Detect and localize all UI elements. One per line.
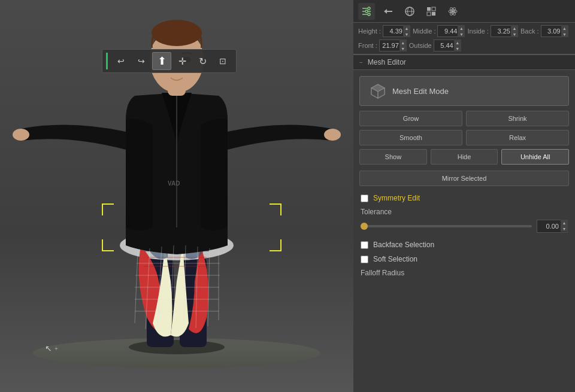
toolbar-active-indicator (106, 53, 108, 69)
grow-shrink-row: Grow Shrink (353, 111, 575, 130)
back-input-wrap: ▲ ▼ (541, 25, 568, 37)
outside-input-wrap: ▲ ▼ (434, 39, 461, 51)
shrink-button[interactable]: Shrink (466, 111, 569, 126)
front-input-wrap: ▲ ▼ (379, 39, 407, 51)
tab-filter[interactable] (358, 3, 375, 20)
svg-point-16 (152, 20, 202, 46)
svg-point-13 (324, 129, 341, 141)
selection-corner-tl (102, 203, 114, 215)
soft-selection-row: Soft Selection (353, 252, 575, 266)
inside-spinners: ▲ ▼ (511, 25, 518, 37)
cursor-icon: ↖ (45, 344, 52, 353)
inside-down-btn[interactable]: ▼ (511, 31, 518, 37)
unhide-all-button[interactable]: Unhide All (501, 149, 569, 165)
selection-corner-bl (102, 239, 114, 251)
checker-icon (426, 6, 437, 17)
mirror-selected-button[interactable]: Mirror Selected (359, 171, 569, 186)
hide-button[interactable]: Hide (431, 149, 498, 165)
symmetry-edit-label[interactable]: Symmetry Edit (373, 194, 420, 202)
tolerance-slider-track[interactable] (361, 225, 532, 227)
height-up-btn[interactable]: ▲ (403, 25, 410, 31)
svg-point-36 (365, 10, 368, 13)
outside-down-btn[interactable]: ▼ (454, 45, 461, 51)
panel-tabs (353, 0, 575, 23)
svg-rect-44 (432, 7, 435, 11)
front-measurement: Front : ▲ ▼ (358, 39, 407, 51)
tolerance-row: ▲ ▼ (353, 217, 575, 238)
smooth-button[interactable]: Smooth (359, 130, 462, 145)
middle-spinners: ▲ ▼ (458, 25, 465, 37)
tab-atom[interactable] (444, 3, 461, 20)
mesh-editor-header: − Mesh Editor (353, 54, 575, 70)
front-spinners: ▲ ▼ (400, 39, 407, 51)
soft-selection-checkbox[interactable] (361, 256, 368, 263)
middle-up-btn[interactable]: ▲ (458, 25, 465, 31)
measurements-bar: Height : ▲ ▼ Middle : ▲ ▼ Inside : (353, 23, 575, 54)
filter-icon (361, 6, 372, 17)
soft-selection-label[interactable]: Soft Selection (373, 255, 417, 263)
redo-button[interactable]: ↪ (132, 52, 151, 70)
front-up-btn[interactable]: ▲ (400, 39, 407, 45)
tolerance-slider-thumb[interactable] (361, 223, 368, 230)
mesh-edit-mode-button[interactable]: Mesh Edit Mode (359, 76, 569, 106)
show-button[interactable]: Show (359, 149, 427, 165)
outside-up-btn[interactable]: ▲ (454, 39, 461, 45)
selection-box (102, 203, 282, 251)
selection-corner-br (270, 239, 282, 251)
middle-label: Middle : (413, 28, 436, 35)
cursor-indicator: ↖ + (45, 344, 58, 353)
undo-button[interactable]: ↩ (111, 52, 131, 70)
svg-text:VAD: VAD (168, 180, 180, 187)
mesh-edit-mode-label: Mesh Edit Mode (392, 87, 449, 96)
toolbar: ↩ ↪ ⬆ ✛ ↻ ⊡ (102, 49, 237, 73)
mesh-editor-collapse-icon[interactable]: − (359, 59, 363, 66)
tab-arrows[interactable] (380, 3, 397, 20)
svg-rect-46 (432, 12, 435, 16)
outside-label: Outside (409, 42, 432, 49)
svg-point-47 (452, 10, 454, 13)
relax-button[interactable]: Relax (466, 130, 569, 145)
tolerance-spinners: ▲ ▼ (561, 220, 568, 232)
height-measurement: Height : ▲ ▼ (358, 25, 410, 37)
height-input-wrap: ▲ ▼ (383, 25, 410, 37)
height-spinners: ▲ ▼ (403, 25, 410, 37)
backface-selection-row: Backface Selection (353, 238, 575, 252)
tolerance-input-wrap: ▲ ▼ (537, 220, 568, 233)
tolerance-down-btn[interactable]: ▼ (561, 226, 568, 232)
move-button[interactable]: ✛ (172, 52, 192, 70)
inside-up-btn[interactable]: ▲ (511, 25, 518, 31)
globe-icon (404, 6, 415, 17)
back-down-btn[interactable]: ▼ (561, 31, 568, 37)
cube-icon (370, 83, 386, 99)
back-spinners: ▲ ▼ (561, 25, 568, 37)
viewport[interactable]: VAD ↩ ↪ ⬆ ✛ (0, 0, 353, 392)
right-panel: Height : ▲ ▼ Middle : ▲ ▼ Inside : (353, 0, 575, 392)
tolerance-up-btn[interactable]: ▲ (561, 220, 568, 226)
height-down-btn[interactable]: ▼ (403, 31, 410, 37)
tab-checker[interactable] (423, 3, 440, 20)
expand-button[interactable]: ⊡ (213, 52, 232, 70)
backface-selection-label[interactable]: Backface Selection (373, 241, 434, 249)
rotate-button[interactable]: ↻ (193, 52, 212, 70)
show-hide-row: Show Hide Unhide All (353, 149, 575, 168)
symmetry-edit-checkbox[interactable] (361, 195, 368, 202)
svg-point-34 (368, 7, 370, 10)
mesh-editor-title: Mesh Editor (368, 58, 406, 66)
grow-button[interactable]: Grow (359, 111, 462, 126)
tab-globe[interactable] (401, 3, 418, 20)
svg-point-39 (368, 13, 370, 16)
outside-spinners: ▲ ▼ (454, 39, 461, 51)
smooth-relax-row: Smooth Relax (353, 130, 575, 149)
svg-point-12 (13, 129, 29, 141)
symmetry-edit-row: Symmetry Edit (353, 191, 575, 205)
svg-point-1 (129, 340, 225, 354)
falloff-radius-label: Falloff Radius (353, 266, 575, 282)
back-label: Back : (520, 28, 539, 35)
middle-down-btn[interactable]: ▼ (458, 31, 465, 37)
back-up-btn[interactable]: ▲ (561, 25, 568, 31)
backface-selection-checkbox[interactable] (361, 241, 368, 249)
front-down-btn[interactable]: ▼ (400, 45, 407, 51)
arrows-icon (383, 6, 394, 17)
select-button[interactable]: ⬆ (152, 52, 171, 70)
inside-label: Inside : (467, 28, 488, 35)
